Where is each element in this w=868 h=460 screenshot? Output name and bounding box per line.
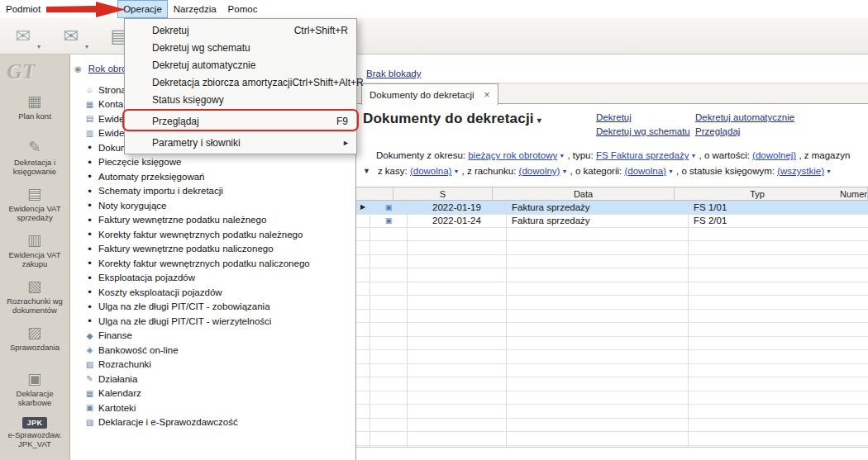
dropdown-arrow-icon: ▼ [453,168,459,174]
toolbar-button[interactable]: ✉ ▾ [5,21,41,51]
operations-menu-items: Dekretuj Ctrl+Shift+R Dekretuj wg schema… [125,21,356,151]
table-row[interactable]: ▣ 2022-01-24 Faktura sprzedaży FS 2/01 [356,215,868,229]
menu-item[interactable]: Przeglądaj F9 [125,112,356,130]
filter-text: z kasy: [378,166,410,176]
tree-item-label: Bankowość on-line [98,345,179,355]
filter-link[interactable]: (dowolna)▼ [624,166,673,176]
column-header[interactable]: Data [493,187,675,200]
status-cell: ▣ [370,201,408,214]
operation-links: Dekretuj Dekretuj wg schematu Dekretuj a… [596,112,794,140]
column-header[interactable] [356,187,393,200]
menu-item[interactable]: Dekretuj wg schematu [125,39,356,56]
tree-item[interactable]: ▣ Kartoteki [83,401,355,415]
menu-item-label: Parametry i słowniki [152,137,241,149]
table-row[interactable]: ▶ ▣ 2022-01-19 Faktura sprzedaży FS 1/01 [356,201,868,215]
bullet-icon: • [83,243,96,255]
filter-text: , typu: [567,150,596,160]
main-panel: Brak blokady Dokumenty do dekretacji × D… [355,55,868,460]
chevron-down-icon[interactable]: ▾ [37,43,41,50]
operation-link[interactable]: Dekretuj automatycznie [695,112,794,126]
tree-item[interactable]: • Automaty przeksięgowań [83,169,355,184]
tree-item[interactable]: • Schematy importu i dekretacji [83,184,355,199]
operation-link[interactable]: Dekretuj wg schematu [596,126,695,140]
actions-icon: ✎ [83,374,96,383]
menu-item[interactable]: Status księgowy [125,91,356,108]
tree-item[interactable]: ◈ Bankowość on-line [83,343,355,358]
tree-item[interactable]: • Pieczęcie księgowe [83,155,355,170]
sidebar-module-item[interactable]: JPK e-Sprawozdaw. JPK_VAT [0,413,69,459]
menu-item[interactable]: Dekretuj automatycznie [125,56,356,74]
row-selector-cell [356,215,370,228]
tree-item[interactable]: • Faktury wewnętrzne podatku naliczonego [83,242,355,257]
pin-icon[interactable]: ◉ [74,64,82,74]
sidebar-module-item[interactable]: ▥ Ewidencja VAT zakupu [0,228,69,274]
tree-item[interactable]: ✎ Działania [83,372,355,386]
menubar-item-label: Operacje [123,4,162,14]
column-header[interactable]: Typ [675,187,840,200]
tree-item[interactable]: • Eksploatacja pojazdów [83,271,355,286]
chevron-down-icon[interactable]: ▾ [85,43,88,50]
column-header[interactable]: S [393,187,493,200]
sidebar-module-item[interactable]: ✎ Dekretacja i księgowanie [0,135,69,182]
tab-dokumenty-do-dekretacji[interactable]: Dokumenty do dekretacji × [361,83,498,105]
tree-item[interactable]: ▨ Deklaracje i e-Sprawozdawczość [83,415,355,430]
toolbar-button[interactable]: ✉ ▾ [53,21,89,51]
dropdown-arrow-icon: ▼ [690,153,696,159]
rozrachunki-icon: ▧ [27,278,42,295]
column-header[interactable]: Numer [840,187,868,200]
menubar-item[interactable]: Podmiot [0,0,46,18]
document-icon: ▣ [385,203,393,211]
menubar-item[interactable]: Pomoc [222,0,264,18]
filter-text: , o wartości: [699,150,753,160]
filter-link[interactable]: (wszystkie)▼ [777,166,832,176]
tree-item[interactable]: ▧ Rozrachunki [83,358,355,372]
operation-link[interactable]: Dekretuj [596,112,695,126]
tree-item[interactable]: ▦ Kalendarz [83,386,355,401]
tree-item[interactable]: • Ulga na złe długi PIT/CIT - wierzyteln… [83,314,355,329]
tree-item-label: Ulga na złe długi PIT/CIT - wierzytelnoś… [98,316,271,326]
tree-item[interactable]: • Korekty faktur wewnętrznych podatku na… [83,227,355,242]
dropdown-arrow-icon: ▼ [668,168,674,174]
bullet-icon: • [83,286,96,298]
row-selector-cell: ▶ [356,201,370,214]
vat-sprzedaz-icon: ▤ [27,186,42,202]
menubar-item[interactable]: Narzędzia [168,0,222,18]
sidebar-module-item[interactable]: ▨ Sprawozdania [0,320,69,367]
close-icon[interactable]: × [484,91,490,99]
tree-item[interactable]: • Koszty eksploatacji pojazdów [83,285,355,300]
content-header: Dokumenty do dekretacji▾ Dekretuj Dekret… [356,104,868,187]
filter-text: , o statusie księgowym: [676,166,777,176]
settlements-icon: ▧ [83,360,96,369]
filter-link[interactable]: (dowolny)▼ [519,166,568,176]
tree-item[interactable]: • Ulga na złe długi PIT/CIT - zobowiązan… [83,300,355,315]
filter-text: Dokumenty z okresu: [376,150,468,160]
filter-link[interactable]: (dowolnej) [752,150,796,160]
filter-funnel-icon[interactable]: ▼ [363,167,370,175]
tree-item[interactable]: • Faktury wewnętrzne podatku należnego [83,213,355,228]
tree-item[interactable]: • Korekty faktur wewnętrznych podatku na… [83,256,355,271]
filter-link[interactable]: (dowolna)▼ [410,166,459,176]
sidebar-module-item[interactable]: ▣ Deklaracje skarbowe [0,367,69,413]
caret-down-icon[interactable]: ▾ [537,116,541,125]
sidebar-module-item[interactable]: ▤ Ewidencja VAT sprzedaży [0,182,69,228]
sidebar-module-item[interactable]: ▧ Rozrachunki wg dokumentów [0,274,69,320]
tree-item-label: Kalendarz [98,388,141,398]
menu-item-label: Przeglądaj [152,116,199,127]
filter-link[interactable]: bieżący rok obrotowy▼ [468,150,565,160]
menu-item[interactable]: Dekretuj Ctrl+Shift+R [125,21,356,39]
menu-item-shortcut: Ctrl+Shift+Alt+R [292,77,363,88]
sidebar-module-item[interactable]: ▦ Plan kont [0,89,69,135]
filter-link[interactable]: FS Faktura sprzedaży▼ [596,150,696,160]
menubar-item[interactable]: Widok [79,0,117,18]
tree-item-label: Ulga na złe długi PIT/CIT - zobowiązania [98,301,270,311]
menu-list: Podmiot Widok Operacje Narzędzia Pomoc [0,0,263,18]
tree-item[interactable]: ◆ Finanse [83,329,355,344]
tree-item[interactable]: • Noty korygujące [83,198,355,213]
current-row-marker-icon: ▶ [360,203,365,211]
operation-link[interactable]: Przeglądaj [695,126,794,140]
menubar-item[interactable]: Operacje [117,0,168,18]
date-cell: 2022-01-19 [408,201,507,214]
menu-item[interactable]: Dekretacja zbiorcza amortyzacji Ctrl+Shi… [125,74,356,91]
menu-item[interactable]: Parametry i słowniki ► [125,134,356,151]
lock-status-link[interactable]: Brak blokady [366,69,421,78]
